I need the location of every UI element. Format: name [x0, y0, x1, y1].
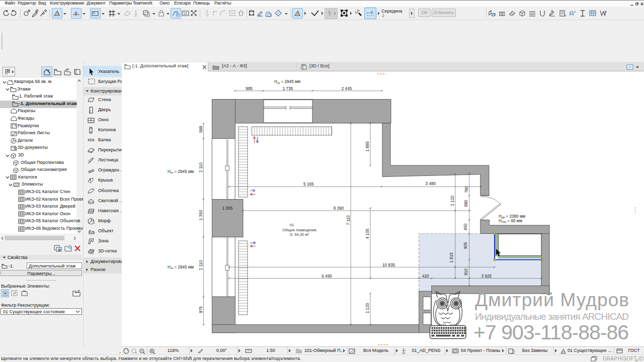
svg-text:1 120: 1 120	[365, 303, 370, 313]
svg-text:Hдв = 2380 мм: Hдв = 2380 мм	[499, 214, 526, 219]
svg-text:7 110: 7 110	[346, 215, 351, 225]
svg-text:420: 420	[422, 274, 429, 279]
svg-text:1 350: 1 350	[199, 210, 203, 220]
svg-text:905: 905	[463, 242, 468, 249]
svg-text:1 085: 1 085	[222, 206, 233, 211]
svg-text:975: 975	[199, 306, 203, 313]
svg-text:1 885: 1 885	[365, 141, 370, 152]
svg-text:780: 780	[464, 186, 469, 193]
svg-text:1 735: 1 735	[283, 86, 293, 91]
svg-text:Дмитрий Мудров: Дмитрий Мудров	[475, 290, 629, 310]
svg-text:1 815: 1 815	[449, 252, 454, 263]
svg-text:Hэк = 2945 мм: Hэк = 2945 мм	[168, 265, 194, 270]
svg-text:Индивидуальные занятия ARCHICA: Индивидуальные занятия ARCHICAD	[475, 311, 629, 322]
svg-text:985: 985	[246, 86, 253, 91]
svg-text:Hэк = 2945 мм: Hэк = 2945 мм	[274, 79, 301, 84]
svg-text:6 490: 6 490	[321, 274, 332, 279]
svg-text:Общее помещение: Общее помещение	[282, 228, 316, 232]
svg-text:S: 54,30 м²: S: 54,30 м²	[290, 232, 309, 237]
svg-text:3 480: 3 480	[426, 182, 436, 186]
svg-text:8 390: 8 390	[334, 206, 344, 211]
svg-text:01: 01	[290, 223, 294, 227]
svg-text:890: 890	[464, 200, 468, 207]
svg-text:5 165: 5 165	[303, 182, 314, 187]
svg-text:Hэк = 2945 мм: Hэк = 2945 мм	[168, 169, 194, 174]
svg-text:910: 910	[464, 268, 468, 276]
svg-text:2 445: 2 445	[342, 86, 352, 91]
svg-text:Hпод = 80 мм: Hпод = 80 мм	[499, 219, 522, 224]
svg-text:10 835: 10 835	[382, 263, 395, 267]
svg-text:12: 12	[183, 12, 187, 15]
svg-text:588: 588	[199, 126, 203, 133]
svg-text:450: 450	[463, 223, 468, 230]
svg-text:2 110: 2 110	[199, 162, 203, 172]
svg-text:4 105: 4 105	[365, 228, 370, 239]
svg-text:+7 903-118-88-86: +7 903-118-88-86	[473, 321, 629, 344]
svg-text:2 110: 2 110	[199, 260, 203, 270]
svg-text:3 925: 3 925	[481, 274, 492, 279]
svg-text:2 120: 2 120	[450, 196, 455, 206]
